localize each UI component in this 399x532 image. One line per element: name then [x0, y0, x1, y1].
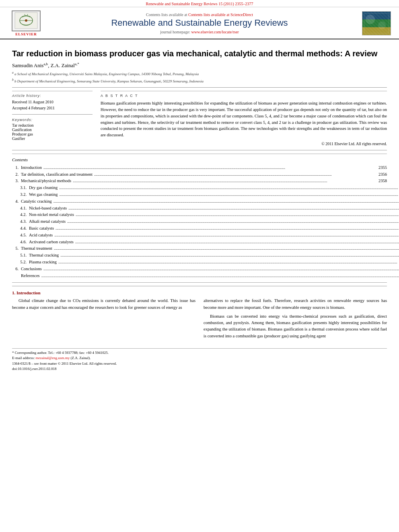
contents-available-line: Contents lists available at Contents lis… [48, 12, 351, 17]
toc-table: 1. Introduction ........................… [12, 164, 387, 279]
journal-cover-thumb [355, 11, 391, 35]
toc-item-3-1: 3.1. Dry gas cleaning ..................… [12, 185, 387, 191]
journal-title: Renewable and Sustainable Energy Reviews [48, 18, 351, 28]
email-note: E-mail address: mezainal@eng.usm.my (Z.A… [12, 355, 387, 361]
affiliations: a a School of Mechanical Engineering, Un… [12, 70, 387, 84]
toc-item-references: References .............................… [12, 273, 387, 279]
intro-col-right: alternatives to replace the fossil fuels… [204, 298, 387, 342]
corresponding-author-note: * Corresponding author. Tel.: +60 4 5937… [12, 350, 387, 356]
doi-text: doi:10.1016/j.rser.2011.02.018 [12, 367, 56, 371]
sciencedirect-link[interactable]: Contents lists available at ScienceDirec… [188, 12, 253, 17]
toc-item-1: 1. Introduction ........................… [12, 164, 387, 171]
license-note: 1364-0321/$ – see front matter © 2011 El… [12, 361, 387, 367]
toc-item-5-1: 5.1. Thermal cracking ..................… [12, 252, 387, 259]
intro-para-2: alternatives to replace the fossil fuels… [204, 298, 387, 311]
toc-item-5-2: 5.2. Plasma cracking ...................… [12, 259, 387, 266]
article-meta-section: Article history: Received 11 August 2010… [12, 91, 387, 146]
divider-2 [12, 150, 387, 150]
doi-note: doi:10.1016/j.rser.2011.02.018 [12, 366, 387, 372]
table-of-contents: Contents 1. Introduction ...............… [12, 154, 387, 283]
toc-item-4-2: 4.2. Non-nickel metal catalysts ........… [12, 212, 387, 218]
toc-item-4-5: 4.5. Acid catalysts ....................… [12, 232, 387, 239]
corresponding-note: * Corresponding author. Tel.: +60 4 5937… [12, 351, 109, 355]
article-history: Article history: Received 11 August 2010… [12, 94, 93, 111]
divider-1 [12, 87, 387, 88]
keyword-2: Gasification [12, 127, 93, 132]
divider-info [12, 114, 93, 115]
intro-para-3: Biomass can be converted into energy via… [204, 313, 387, 339]
svg-rect-6 [362, 12, 391, 35]
contents-title: Contents [12, 157, 387, 162]
journal-homepage: journal homepage: www.elsevier.com/locat… [48, 30, 351, 34]
svg-rect-12 [364, 14, 389, 33]
toc-item-3-2: 3.2. Wet gas cleaning ..................… [12, 191, 387, 198]
elsevier-logo-section: ELSEVIER [8, 10, 44, 36]
svg-point-10 [366, 15, 375, 24]
email-label: E-mail address: [12, 356, 35, 360]
svg-point-3 [25, 19, 27, 22]
journal-citation: Renewable and Sustainable Energy Reviews… [146, 2, 253, 6]
copyright: © 2011 Elsevier Ltd. All rights reserved… [101, 142, 387, 146]
article-title: Tar reduction in biomass producer gas vi… [12, 48, 387, 59]
keyword-3: Producer gas [12, 132, 93, 136]
toc-item-4-4: 4.4. Basic catalysts ...................… [12, 225, 387, 232]
svg-rect-9 [362, 27, 391, 35]
journal-header: ELSEVIER Contents lists available at Con… [0, 7, 399, 39]
introduction-text: Global climate change due to CO₂ emissio… [12, 298, 387, 342]
intro-col-left: Global climate change due to CO₂ emissio… [12, 298, 195, 342]
journal-cover-image [362, 11, 391, 35]
toc-item-4-6: 4.6. Activated carbon catalysts ........… [12, 239, 387, 246]
toc-item-4-1: 4.1. Nickel-based catalysts ............… [12, 205, 387, 212]
accepted-date: Accepted 4 February 2011 [12, 105, 93, 111]
introduction-section-title: 1. Introduction [12, 290, 387, 295]
abstract-text: Biomass gasification presents highly int… [101, 100, 387, 138]
article-info: Article history: Received 11 August 2010… [12, 91, 93, 146]
elsevier-logo-box [12, 10, 41, 31]
toc-item-4-3: 4.3. Alkali metal catalysts ............… [12, 218, 387, 225]
elsevier-logo: ELSEVIER [8, 10, 44, 36]
keyword-4: Gasifier [12, 136, 93, 141]
elsevier-label: ELSEVIER [15, 32, 37, 36]
journal-citation-bar: Renewable and Sustainable Energy Reviews… [0, 0, 399, 7]
elsevier-logo-inner [14, 12, 38, 31]
abstract-label: A B S T R A C T [101, 94, 387, 98]
email-address[interactable]: mezainal@eng.usm.my [35, 356, 70, 360]
toc-item-5: 5. Thermal treatment ...................… [12, 245, 387, 252]
affiliation-b: b b Department of Mechanical Engineering… [12, 78, 387, 84]
license-text: 1364-0321/$ – see front matter © 2011 El… [12, 362, 117, 366]
journal-title-section: Contents lists available at Contents lis… [44, 12, 355, 34]
homepage-url[interactable]: www.elsevier.com/locate/rser [191, 30, 239, 34]
affiliation-a: a a School of Mechanical Engineering, Un… [12, 70, 387, 77]
keyword-1: Tar reduction [12, 123, 93, 127]
page: Renewable and Sustainable Energy Reviews… [0, 0, 399, 532]
history-label: Article history: [12, 94, 93, 98]
homepage-label: journal homepage: [160, 30, 190, 34]
divider-3 [12, 286, 387, 286]
intro-para-1: Global climate change due to CO₂ emissio… [12, 298, 195, 311]
toc-item-2: 2. Tar definition, classification and tr… [12, 171, 387, 178]
svg-rect-7 [362, 12, 391, 19]
footer-section: * Corresponding author. Tel.: +60 4 5937… [12, 348, 387, 372]
svg-rect-8 [362, 19, 391, 27]
received-date: Received 11 August 2010 [12, 99, 93, 105]
keywords-section: Keywords: Tar reduction Gasification Pro… [12, 118, 93, 141]
svg-point-11 [378, 21, 386, 29]
email-person: (Z.A. Zainal). [71, 356, 91, 360]
toc-item-6: 6. Conclusions .........................… [12, 266, 387, 273]
abstract-section: A B S T R A C T Biomass gasification pre… [101, 91, 387, 146]
main-content: Tar reduction in biomass producer gas vi… [0, 39, 399, 376]
authors: Samsudin Anisa,b, Z.A. Zainala,* [12, 62, 387, 69]
toc-item-4: 4. Catalytic cracking ..................… [12, 198, 387, 205]
toc-item-3: 3. Mechanical/physical methods .........… [12, 178, 387, 185]
keywords-label: Keywords: [12, 118, 93, 122]
